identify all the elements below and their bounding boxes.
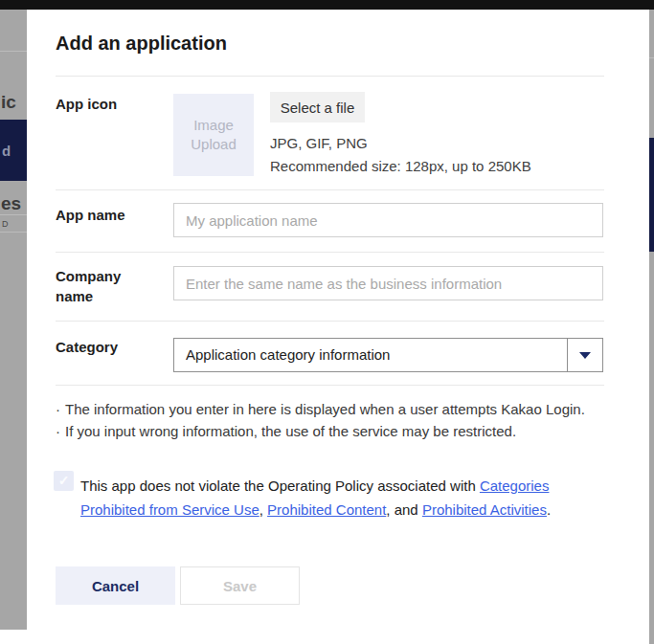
cancel-button[interactable]: Cancel <box>56 566 175 605</box>
background-heading-fragment: es <box>1 193 21 214</box>
background-divider <box>0 51 27 52</box>
note-line: ·If you input wrong information, the use… <box>56 423 516 439</box>
app-name-input[interactable] <box>173 203 603 237</box>
link-prohibited-content[interactable]: Prohibited Content <box>267 501 386 518</box>
background-divider <box>0 232 27 233</box>
app-name-label: App name <box>56 205 125 225</box>
select-file-button[interactable]: Select a file <box>270 92 365 122</box>
divider <box>56 385 604 386</box>
save-button[interactable]: Save <box>180 566 300 605</box>
background-heading-fragment: ic <box>1 92 16 113</box>
upload-placeholder-line1: Image <box>193 116 234 135</box>
upload-placeholder-line2: Upload <box>191 135 237 154</box>
policy-separator: , <box>259 501 267 518</box>
policy-agreement-checkbox[interactable]: ✓ <box>54 471 74 491</box>
category-selected-value: Application category information <box>186 346 390 363</box>
recommended-size-hint: Recommended size: 128px, up to 250KB <box>270 158 531 174</box>
policy-separator: , and <box>386 501 422 518</box>
divider <box>56 252 604 253</box>
dropdown-arrow-section[interactable] <box>567 339 602 371</box>
background-small-text-fragment: D <box>2 219 9 229</box>
screen: ic d es D Add an application App icon Im… <box>0 0 654 644</box>
policy-agreement-text: This app does not violate the Operating … <box>80 475 598 522</box>
image-upload-dropzone[interactable]: Image Upload <box>173 94 254 176</box>
category-dropdown[interactable]: Application category information <box>173 338 603 372</box>
background-page-right-edge <box>649 10 654 644</box>
company-name-input[interactable] <box>173 266 603 300</box>
background-navy-band <box>649 138 654 252</box>
add-application-modal: Add an application App icon Image Upload… <box>27 10 649 632</box>
divider <box>56 189 604 190</box>
note-text: If you input wrong information, the use … <box>65 423 516 439</box>
background-divider <box>0 214 27 215</box>
background-navy-button-text: d <box>2 143 11 159</box>
background-page-left-edge: ic d es D <box>0 10 27 630</box>
background-top-nav-bar <box>0 0 654 10</box>
chevron-down-icon <box>579 352 591 359</box>
bullet-icon: · <box>56 401 65 417</box>
divider <box>56 321 604 322</box>
policy-text-after: . <box>547 501 551 518</box>
bullet-icon: · <box>56 423 65 439</box>
checkmark-icon: ✓ <box>58 473 70 488</box>
policy-text-before: This app does not violate the Operating … <box>80 477 480 494</box>
background-divider <box>649 57 654 58</box>
note-text: The information you enter in here is dis… <box>65 401 585 417</box>
app-icon-label: App icon <box>56 94 117 114</box>
note-line: ·The information you enter in here is di… <box>56 401 585 417</box>
category-label: Category <box>56 337 118 357</box>
modal-title: Add an application <box>56 33 227 55</box>
link-prohibited-activities[interactable]: Prohibited Activities <box>422 501 547 518</box>
divider <box>56 76 604 77</box>
company-name-label: Company name <box>56 266 137 306</box>
background-navy-button-fragment: d <box>0 120 27 181</box>
file-formats-hint: JPG, GIF, PNG <box>270 135 368 151</box>
